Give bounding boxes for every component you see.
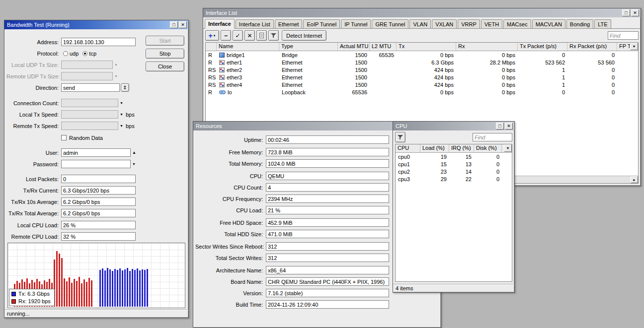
tab-vxlan[interactable]: VXLAN <box>432 19 457 28</box>
column-select-button[interactable]: ▼ <box>630 43 638 50</box>
table-row[interactable]: RSether2Ethernet1500424 bps0 bps10 <box>206 66 638 73</box>
field-value: 471.0 MiB <box>266 230 389 238</box>
field-label: Total Memory: <box>195 161 266 167</box>
table-row[interactable]: RloLoopback655360 bps0 bps00 <box>206 88 638 96</box>
interface-name: ether4 <box>227 82 242 88</box>
rx-bar <box>81 283 82 307</box>
password-input[interactable] <box>61 160 131 168</box>
table-row[interactable]: cpu329220 <box>396 175 512 183</box>
disable-button[interactable]: ✕ <box>244 30 255 41</box>
filter-button[interactable] <box>268 30 279 41</box>
column-header-rx[interactable]: Rx <box>456 43 518 51</box>
random-data-checkbox[interactable] <box>61 135 67 140</box>
collapse-icon[interactable]: ▲ <box>132 150 136 155</box>
interface-list-titlebar[interactable]: Interface List □ ✕ <box>203 8 641 17</box>
find-input[interactable] <box>473 133 512 141</box>
column-header-tx[interactable]: Tx <box>397 43 456 51</box>
ethernet-icon <box>219 60 225 65</box>
column-header-disk-[interactable]: Disk (%) <box>474 144 502 152</box>
remove-button[interactable]: − <box>221 30 231 41</box>
dropdown-icon[interactable]: ▼ <box>114 74 118 78</box>
close-button[interactable]: Close <box>146 62 184 71</box>
table-row[interactable]: RSether4Ethernet1500424 bps0 bps10 <box>206 81 638 88</box>
tab-gre-tunnel[interactable]: GRE Tunnel <box>372 19 408 28</box>
column-header-l2-mtu[interactable]: L2 MTU <box>370 43 397 51</box>
local-tx-speed-field <box>61 110 118 119</box>
dropdown-icon[interactable]: ▼ <box>114 63 118 66</box>
field-value: x86_64 <box>266 266 389 274</box>
column-header-load-[interactable]: Load (%) <box>420 144 449 152</box>
dropdown-icon[interactable]: ▼ <box>120 124 123 128</box>
tab-interface[interactable]: Interface <box>205 19 235 29</box>
direction-updown-button[interactable]: ⇕ <box>121 83 129 92</box>
cpu-cell: cpu0 <box>396 154 420 160</box>
rx-bar <box>91 280 92 307</box>
address-input[interactable] <box>61 38 136 46</box>
maximize-button[interactable]: □ <box>496 123 504 130</box>
column-header-flags[interactable] <box>206 43 217 51</box>
close-button[interactable]: ✕ <box>179 21 187 28</box>
table-row[interactable]: Rether1Ethernet15006.3 Gbps28.2 Mbps523 … <box>206 59 638 66</box>
udp-radio[interactable] <box>63 51 68 56</box>
field-label: CPU Count: <box>195 185 266 191</box>
random-data-label: Random Data <box>69 135 103 141</box>
comment-button[interactable] <box>256 30 267 41</box>
direction-select[interactable] <box>61 83 120 92</box>
table-row[interactable]: cpu019150 <box>396 153 512 160</box>
dropdown-icon[interactable]: ▼ <box>120 113 123 116</box>
tab-vlan[interactable]: VLAN <box>409 19 431 28</box>
close-icon: ✕ <box>507 124 511 129</box>
start-button[interactable]: Start <box>146 36 184 46</box>
maximize-button[interactable]: □ <box>622 9 630 16</box>
column-header-type[interactable]: Type <box>279 43 338 51</box>
tab-veth[interactable]: VETH <box>481 19 502 28</box>
bandwidth-test-titlebar[interactable]: Bandwidth Test (Running) □ ✕ <box>4 20 188 29</box>
tab-macvlan[interactable]: MACVLAN <box>532 19 565 28</box>
cpu-titlebar[interactable]: CPU □ ✕ <box>393 122 514 131</box>
column-header-tx-packet-p-s-[interactable]: Tx Packet (p/s) <box>518 43 567 51</box>
tab-macsec[interactable]: MACsec <box>503 19 531 28</box>
dropdown-icon[interactable]: ▼ <box>132 162 136 166</box>
scroll-right-icon[interactable]: ► <box>631 176 638 183</box>
stop-button[interactable]: Stop <box>146 49 184 59</box>
bandwidth-test-statusbar: running... <box>4 309 188 318</box>
tab-interface-list[interactable]: Interface List <box>236 19 274 28</box>
close-button[interactable]: ✕ <box>505 123 513 130</box>
column-header-name[interactable]: Name <box>217 43 279 51</box>
dropdown-icon[interactable]: ▼ <box>120 101 123 105</box>
column-header-irq-[interactable]: IRQ (%) <box>449 144 474 152</box>
filter-icon <box>271 33 276 38</box>
field-label: Sector Writes Since Reboot: <box>195 244 266 250</box>
column-header-cpu[interactable]: CPU <box>396 144 420 152</box>
tab-ethernet[interactable]: Ethernet <box>275 19 303 28</box>
table-row[interactable]: RSether3Ethernet1500424 bps0 bps10 <box>206 73 638 81</box>
table-row[interactable]: cpu115130 <box>396 160 512 168</box>
tcp-radio[interactable] <box>82 51 87 56</box>
find-input[interactable] <box>608 31 639 40</box>
enable-button[interactable]: ✓ <box>233 30 243 41</box>
column-header-rx-packet-p-s-[interactable]: Rx Packet (p/s) <box>567 43 617 51</box>
column-select-button[interactable]: ▼ <box>504 144 512 152</box>
column-header-fp-tx[interactable]: FP Tx <box>617 43 630 51</box>
tab-bonding[interactable]: Bonding <box>566 19 593 28</box>
flag-cell: RS <box>206 74 217 80</box>
tx-cell: 0 bps <box>397 52 456 58</box>
field-value: 2394 MHz <box>266 195 389 203</box>
bandwidth-test-buttons: Start Stop Close <box>146 36 184 71</box>
filter-icon <box>398 134 403 140</box>
maximize-button[interactable]: □ <box>170 21 178 28</box>
filter-button[interactable] <box>395 132 405 142</box>
tab-ip-tunnel[interactable]: IP Tunnel <box>341 19 371 28</box>
detect-internet-button[interactable]: Detect Internet <box>282 30 326 41</box>
close-button[interactable]: ✕ <box>631 9 639 16</box>
table-row[interactable]: Rbridge1Bridge1500655350 bps0 bps00 <box>206 51 638 59</box>
tx-bar <box>107 268 108 307</box>
table-row[interactable]: cpu223140 <box>396 168 512 175</box>
user-input[interactable] <box>61 148 131 157</box>
tx-bar <box>127 268 128 307</box>
tab-eoip-tunnel[interactable]: EoIP Tunnel <box>303 19 340 28</box>
tab-vrrp[interactable]: VRRP <box>458 19 480 28</box>
column-header-actual-mtu[interactable]: Actual MTU <box>338 43 370 51</box>
tab-lte[interactable]: LTE <box>594 19 611 28</box>
add-button[interactable]: + ▼ <box>205 30 219 41</box>
